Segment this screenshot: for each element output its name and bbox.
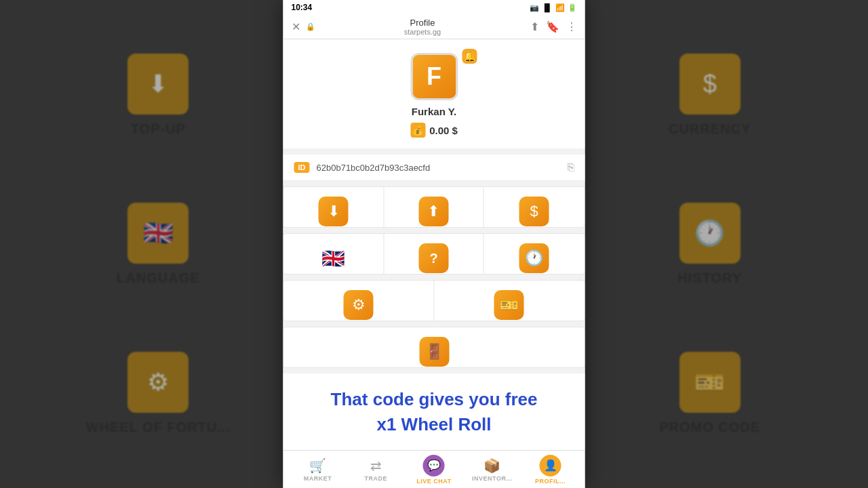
bg-currency-label: CURRENCY <box>669 121 751 137</box>
bg-history-icon: 🕐 <box>679 203 741 264</box>
bg-item-language: 🇬🇧 LANGUAGE <box>117 203 199 286</box>
bg-topup-label: TOP-UP <box>131 121 186 137</box>
bottom-nav: 🛒 MARKET ⇄ TRADE 💬 LIVE CHAT 📦 INVENTOR.… <box>283 450 585 488</box>
menu-item-language[interactable]: 🇬🇧 LANGUAGE <box>284 234 384 274</box>
logout-icon: 🚪 <box>419 337 449 367</box>
promo-text-section: That code gives you free x1 Wheel Roll <box>283 373 585 450</box>
inventory-label: INVENTOR... <box>472 475 512 482</box>
menu-item-history[interactable]: 🕐 HISTORY <box>484 234 585 274</box>
menu-item-logout[interactable]: 🚪 LOG OUT <box>284 327 585 368</box>
wallet-icon: 💰 <box>410 123 425 138</box>
trade-icon: ⇄ <box>370 458 382 474</box>
id-value: 62b0b71bc0b2d7b93c3aecfd <box>317 163 561 173</box>
bg-item-history: 🕐 HISTORY <box>677 203 742 286</box>
browser-chrome: ✕ 🔒 Profile starpets.gg ⬆ 🔖 ⋮ <box>283 15 585 39</box>
bg-currency-icon: $ <box>679 54 741 115</box>
inventory-icon: 📦 <box>484 458 500 474</box>
bg-language-label: LANGUAGE <box>117 270 199 286</box>
menu-icon[interactable]: ⋮ <box>566 20 577 33</box>
trade-label: TRADE <box>364 475 387 482</box>
bg-item-wheel: ⚙ WHEEL OF FORTU... <box>86 352 231 435</box>
livechat-label: LIVE CHAT <box>416 478 451 485</box>
bg-topup-icon: ⬇ <box>127 54 189 115</box>
profile-nav-icon: 👤 <box>540 455 561 476</box>
id-section: ID 62b0b71bc0b2d7b93c3aecfd ⎘ <box>283 154 585 181</box>
camera-icon: 📷 <box>530 3 539 12</box>
cashout-icon: ⬆ <box>418 197 448 226</box>
close-button[interactable]: ✕ <box>292 20 300 33</box>
topup-icon: ⬇ <box>319 197 349 226</box>
menu-item-topup[interactable]: ⬇ TOP-UP <box>284 187 384 228</box>
notification-badge[interactable]: 🔔 <box>462 49 477 64</box>
menu-item-faq[interactable]: ? F.A.Q <box>384 234 484 274</box>
bg-promo-label: PROMO CODE <box>659 420 760 435</box>
balance-row: 💰 0.00 $ <box>410 123 458 138</box>
profile-label: PROFIL... <box>535 478 566 485</box>
language-icon: 🇬🇧 <box>319 243 349 273</box>
menu-grid-row3: ⚙ WHEEL OF FORTUNE 🎫 PROMO CODE <box>283 280 585 321</box>
status-time: 10:34 <box>292 3 313 12</box>
bg-wheel-label: WHEEL OF FORTU... <box>86 420 231 435</box>
faq-icon: ? <box>418 243 448 273</box>
menu-item-promo[interactable]: 🎫 PROMO CODE <box>434 281 585 321</box>
profile-content: F 🔔 Furkan Y. 💰 0.00 $ ID 62b0b71bc0b2d7… <box>283 39 585 450</box>
nav-livechat[interactable]: 💬 LIVE CHAT <box>414 455 454 485</box>
currency-icon: $ <box>519 197 549 226</box>
nav-trade[interactable]: ⇄ TRADE <box>355 458 396 482</box>
id-badge: ID <box>294 162 310 173</box>
avatar-wrapper: F 🔔 <box>410 53 458 100</box>
bg-promo-icon: 🎫 <box>679 352 741 413</box>
page-title: Profile <box>321 18 525 28</box>
promo-line1: That code gives you free <box>331 389 538 409</box>
copy-icon[interactable]: ⎘ <box>568 161 574 174</box>
menu-grid-row4: 🚪 LOG OUT <box>283 327 585 368</box>
browser-url: Profile starpets.gg <box>321 18 525 36</box>
livechat-icon: 💬 <box>423 455 445 476</box>
bg-language-icon: 🇬🇧 <box>127 203 189 264</box>
user-section: F 🔔 Furkan Y. 💰 0.00 $ <box>283 39 585 148</box>
status-icons: 📷 ▐▌ 📶 🔋 <box>530 3 577 12</box>
nav-inventory[interactable]: 📦 INVENTOR... <box>472 458 513 482</box>
avatar: F <box>410 53 458 100</box>
browser-actions: ⬆ 🔖 ⋮ <box>530 20 577 33</box>
username: Furkan Y. <box>412 106 456 117</box>
domain-label: starpets.gg <box>321 28 525 36</box>
wifi-icon: 📶 <box>555 3 565 12</box>
menu-item-cashout[interactable]: ⬆ CASHOUT <box>384 187 484 228</box>
menu-grid-row2: 🇬🇧 LANGUAGE ? F.A.Q 🕐 HISTORY <box>283 233 585 274</box>
nav-market[interactable]: 🛒 MARKET <box>297 458 338 482</box>
share-icon[interactable]: ⬆ <box>530 20 539 33</box>
promo-icon: 🎫 <box>494 290 524 320</box>
history-icon: 🕐 <box>519 243 549 273</box>
signal-icon: ▐▌ <box>542 3 553 12</box>
menu-item-currency[interactable]: $ CURRENCY <box>484 187 585 228</box>
nav-profile[interactable]: 👤 PROFIL... <box>530 455 571 485</box>
bg-item-promo: 🎫 PROMO CODE <box>659 352 760 435</box>
promo-text: That code gives you free x1 Wheel Roll <box>294 387 574 436</box>
menu-item-wheel[interactable]: ⚙ WHEEL OF FORTUNE <box>284 281 435 321</box>
status-bar: 10:34 📷 ▐▌ 📶 🔋 <box>283 0 585 15</box>
avatar-letter: F <box>427 62 441 91</box>
bg-wheel-icon: ⚙ <box>127 352 189 413</box>
market-icon: 🛒 <box>309 458 326 474</box>
bookmark-icon[interactable]: 🔖 <box>546 20 559 33</box>
menu-grid-row1: ⬇ TOP-UP ⬆ CASHOUT $ CURRENCY <box>283 186 585 228</box>
bg-item-currency: $ CURRENCY <box>669 54 751 137</box>
lock-icon: 🔒 <box>306 22 315 31</box>
wheel-icon: ⚙ <box>344 290 374 320</box>
promo-line2: x1 Wheel Roll <box>376 414 491 434</box>
market-label: MARKET <box>304 475 332 482</box>
bg-item-topup: ⬇ TOP-UP <box>127 54 189 137</box>
battery-icon: 🔋 <box>568 3 577 12</box>
bg-history-label: HISTORY <box>677 270 742 286</box>
balance-amount: 0.00 $ <box>429 125 458 136</box>
modal: 10:34 📷 ▐▌ 📶 🔋 ✕ 🔒 Profile starpets.gg ⬆… <box>283 0 585 488</box>
